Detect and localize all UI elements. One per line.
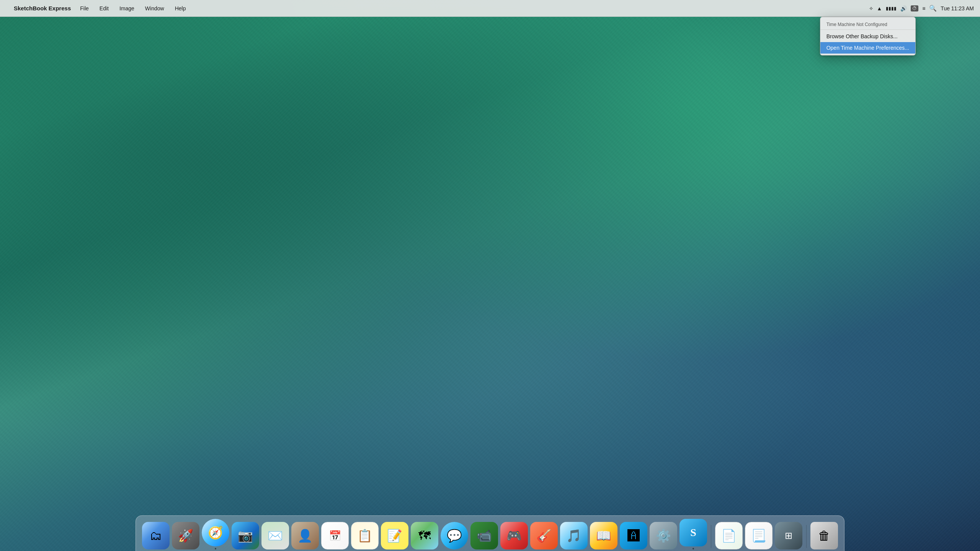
desktop: SketchBook Express File Edit Image Windo… [0, 0, 980, 551]
notification-center[interactable]: ≡ [922, 5, 925, 11]
time-machine-dropdown: Time Machine Not Configured Browse Other… [820, 17, 916, 55]
dock-icon-appstore[interactable]: 🅰 [620, 522, 647, 551]
menu-help[interactable]: Help [173, 5, 188, 12]
dock: 🗂 🚀 🧭 📷 ✉️ [136, 515, 844, 551]
dock-icon-safari[interactable]: 🧭 [202, 519, 229, 551]
dock-dot-scrivener [693, 548, 694, 549]
dock-dot-safari [215, 548, 216, 549]
dock-icon-garageband[interactable]: 🎸 [530, 522, 558, 551]
dock-icon-messages[interactable]: 💬 [441, 522, 468, 551]
dock-icon-contacts[interactable]: 👤 [291, 522, 319, 551]
dock-icon-facetime[interactable]: 📹 [470, 522, 498, 551]
wifi-icon[interactable]: ▲ [877, 5, 882, 11]
browse-other-backup-disks[interactable]: Browse Other Backup Disks... [820, 31, 915, 42]
dock-icon-maps[interactable]: 🗺 [411, 522, 438, 551]
dropdown-header: Time Machine Not Configured [820, 19, 915, 30]
dock-icon-iphoto[interactable]: 📷 [232, 522, 259, 551]
dock-icon-rocket[interactable]: 🚀 [172, 522, 199, 551]
dock-separator-1 [711, 525, 711, 548]
dock-icon-ibooks[interactable]: 📖 [590, 522, 617, 551]
menubar-right: ⟡ ▲ ▮▮▮▮ 🔊 ⏱ ≡ 🔍 Tue 11:23 AM [869, 5, 974, 12]
menu-window[interactable]: Window [144, 5, 166, 12]
menubar-left: SketchBook Express File Edit Image Windo… [6, 5, 869, 12]
menu-file[interactable]: File [78, 5, 90, 12]
clock: Tue 11:23 AM [941, 5, 974, 11]
dock-icon-reminders[interactable]: 📋 [351, 522, 379, 551]
dock-separator-2 [806, 525, 807, 548]
menu-edit[interactable]: Edit [98, 5, 110, 12]
dock-icon-mail[interactable]: ✉️ [261, 522, 289, 551]
volume-icon[interactable]: 🔊 [900, 5, 907, 11]
dock-icon-docreviewer[interactable]: 📃 [745, 522, 773, 551]
dock-icon-trash[interactable]: 🗑 [810, 522, 838, 551]
open-time-machine-preferences[interactable]: Open Time Machine Preferences... [820, 42, 915, 54]
dock-icon-pages[interactable]: 📄 [715, 522, 743, 551]
dock-container: 🗂 🚀 🧭 📷 ✉️ [136, 515, 844, 551]
wallpaper-overlay [0, 0, 980, 551]
dock-icon-calendar[interactable]: 📅 [321, 522, 349, 551]
app-name: SketchBook Express [14, 5, 71, 11]
dock-icon-stickies[interactable]: 📝 [381, 522, 408, 551]
dock-icon-finder[interactable]: 🗂 [142, 522, 170, 551]
dock-icon-game-center[interactable]: 🎮 [500, 522, 528, 551]
dock-icon-itunes[interactable]: 🎵 [560, 522, 588, 551]
dock-icon-scrivener[interactable]: S [679, 519, 707, 551]
dock-icon-sysprefs[interactable]: ⚙️ [650, 522, 677, 551]
menubar: SketchBook Express File Edit Image Windo… [0, 0, 980, 17]
bluetooth-icon[interactable]: ⟡ [869, 5, 873, 11]
dock-icon-expose[interactable]: ⊞ [775, 522, 802, 551]
time-machine-icon[interactable]: ⏱ [911, 5, 918, 11]
spotlight-icon[interactable]: 🔍 [929, 5, 937, 12]
battery-icon[interactable]: ▮▮▮▮ [886, 6, 897, 11]
menu-image[interactable]: Image [118, 5, 136, 12]
